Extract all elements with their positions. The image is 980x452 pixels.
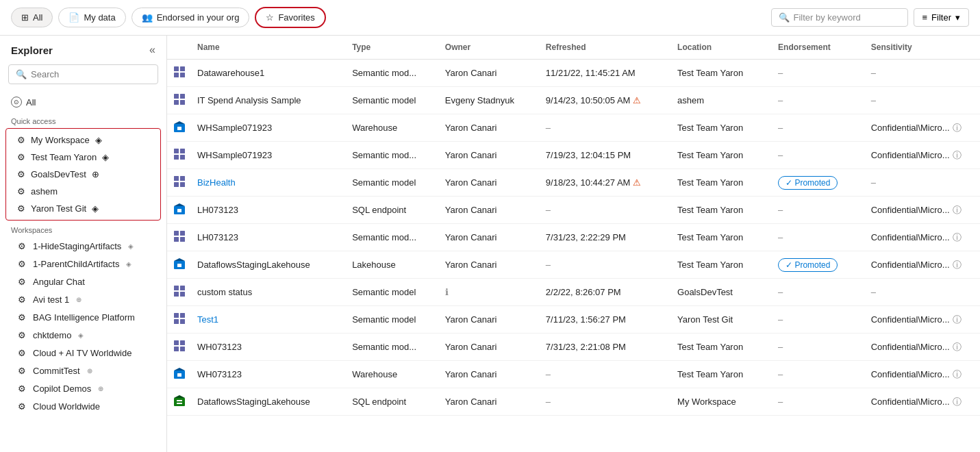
svg-rect-31 [174, 292, 179, 297]
tab-my-data[interactable]: 📄 My data [58, 8, 125, 27]
sidebar-item-label: ashem [31, 186, 58, 197]
tab-endorsed[interactable]: 👥 Endorsed in your org [131, 8, 250, 27]
refresh-value: – [546, 205, 551, 215]
row-type-cell: Semantic mod... [347, 334, 440, 361]
th-location[interactable]: Location [672, 36, 772, 60]
sidebar-item-label: 1-HideStagingArtifacts [33, 241, 121, 251]
item-name-link[interactable]: BizHealth [197, 177, 236, 188]
row-name-cell: custom status [192, 279, 347, 306]
table-row: WHSample071923 Warehouse Yaron Canari – … [167, 114, 980, 142]
info-icon[interactable]: ⓘ [953, 205, 962, 215]
row-endorsement-cell: – [772, 306, 866, 334]
th-type[interactable]: Type [347, 36, 440, 60]
sidebar-item-cloud-worldwide[interactable]: ⚙ Cloud Worldwide [0, 397, 166, 415]
info-icon[interactable]: ⓘ [953, 260, 962, 270]
tab-all-label: All [33, 12, 42, 23]
location-value: Yaron Test Git [677, 314, 733, 325]
row-name-cell: BizHealth [192, 169, 347, 197]
table-row: BizHealth Semantic model Yaron Canari 9/… [167, 169, 980, 197]
th-sensitivity[interactable]: Sensitivity [866, 36, 980, 60]
sidebar-item-1-parent-child[interactable]: ⚙ 1-ParentChildArtifacts ◈ [0, 255, 166, 273]
svg-rect-13 [174, 155, 179, 160]
row-name-cell: DataflowsStagingLakehouse [192, 388, 347, 416]
badge-icon: ⊕ [92, 169, 99, 179]
svg-rect-0 [174, 66, 179, 71]
row-sensitivity-cell: Confidential\Micro...ⓘ [866, 197, 980, 224]
table-body: Datawarehouse1 Semantic mod... Yaron Can… [167, 60, 980, 416]
info-icon[interactable]: ⓘ [953, 342, 962, 352]
svg-rect-34 [180, 313, 185, 318]
row-endorsement-cell: ✓ Promoted [772, 169, 866, 197]
type-value: Semantic model [352, 95, 416, 105]
sensitivity-value: Confidential\Micro... [871, 397, 950, 407]
location-value: Test Team Yaron [677, 232, 743, 242]
svg-rect-22 [174, 231, 179, 236]
sidebar-all-label: All [26, 97, 36, 108]
row-owner-cell: Yaron Canari [440, 169, 540, 197]
row-type-icon [173, 203, 186, 215]
sidebar-item-copilot-demos[interactable]: ⚙ Copilot Demos ⊕ [0, 379, 166, 397]
info-icon[interactable]: ⓘ [953, 150, 962, 160]
workspaces-label: Workspaces [0, 221, 166, 237]
sidebar-item-bag-intelligence[interactable]: ⚙ BAG Intelligence Platform [0, 308, 166, 326]
info-icon[interactable]: ⓘ [953, 397, 962, 407]
type-value: Semantic mod... [352, 232, 416, 242]
th-owner[interactable]: Owner [440, 36, 540, 60]
owner-value: Yaron Canari [445, 232, 497, 242]
row-type-icon [173, 394, 186, 407]
info-icon[interactable]: ⓘ [953, 369, 962, 379]
row-type-icon [173, 175, 186, 188]
row-icon-cell [167, 251, 192, 279]
row-icon-cell [167, 388, 192, 416]
info-icon[interactable]: ⓘ [953, 232, 962, 242]
sidebar-item-goalsdevtest[interactable]: ⚙ GoalsDevTest ⊕ [6, 166, 160, 183]
owner-value: Yaron Canari [445, 397, 497, 407]
endorsement-value: – [778, 369, 783, 379]
endorsement-value: – [778, 150, 783, 160]
workspace-icon: ⚙ [17, 203, 25, 214]
info-icon[interactable]: ⓘ [953, 314, 962, 325]
sidebar-item-ashem[interactable]: ⚙ ashem [6, 183, 160, 200]
row-location-cell: Test Team Yaron [672, 197, 772, 224]
th-name[interactable]: Name [192, 36, 347, 60]
sidebar-item-test-team-yaron[interactable]: ⚙ Test Team Yaron ◈ [6, 149, 160, 166]
item-name-link[interactable]: Test1 [197, 314, 218, 325]
th-endorsement[interactable]: Endorsement [772, 36, 866, 60]
sidebar-item-committest[interactable]: ⚙ CommitTest ⊕ [0, 362, 166, 379]
sidebar-item-cloud-ai-tv[interactable]: ⚙ Cloud + AI TV Worldwide [0, 344, 166, 362]
row-type-icon [173, 148, 186, 160]
svg-rect-7 [180, 100, 185, 105]
sidebar-item-chktdemo[interactable]: ⚙ chktdemo ◈ [0, 326, 166, 344]
collapse-button[interactable]: « [149, 44, 155, 56]
search-box[interactable]: 🔍 [8, 64, 158, 84]
info-icon[interactable]: ⓘ [953, 123, 962, 133]
tab-favorites-label: Favorites [278, 12, 314, 23]
table-row: Test1 Semantic model Yaron Canari 7/11/2… [167, 306, 980, 334]
sidebar-item-angular-chat[interactable]: ⚙ Angular Chat [0, 273, 166, 290]
star-icon: ☆ [266, 12, 274, 23]
sidebar-item-yaron-test-git[interactable]: ⚙ Yaron Test Git ◈ [6, 200, 160, 217]
keyword-filter-input[interactable]: 🔍 Filter by keyword [771, 8, 908, 27]
sidebar-item-my-workspace[interactable]: ⚙ My Workspace ◈ [6, 131, 160, 149]
sidebar-all-item[interactable]: ⊙ All [0, 92, 166, 112]
th-refreshed[interactable]: Refreshed [540, 36, 672, 60]
row-type-cell: SQL endpoint [347, 388, 440, 416]
row-type-cell: SQL endpoint [347, 197, 440, 224]
sidebar-item-label: BAG Intelligence Platform [33, 312, 135, 323]
row-type-cell: Semantic mod... [347, 60, 440, 87]
content-area: Name Type Owner Refreshed Location Endor… [167, 36, 980, 452]
sidebar-item-avi-test[interactable]: ⚙ Avi test 1 ⊕ [0, 290, 166, 308]
row-refreshed-cell: 9/14/23, 10:50:05 AM⚠ [540, 87, 672, 114]
workspace-icon: ⚙ [17, 169, 25, 179]
tab-favorites[interactable]: ☆ Favorites [255, 7, 325, 28]
sidebar-item-1-hide-staging[interactable]: ⚙ 1-HideStagingArtifacts ◈ [0, 237, 166, 255]
filter-button[interactable]: ≡ Filter ▾ [914, 8, 969, 27]
svg-rect-21 [177, 209, 181, 212]
row-type-icon [173, 258, 186, 270]
tab-all[interactable]: ⊞ All [11, 8, 53, 27]
row-endorsement-cell: ✓ Promoted [772, 251, 866, 279]
search-input[interactable] [31, 69, 151, 79]
sensitivity-value: Confidential\Micro... [871, 342, 950, 352]
quick-access-section: Quick access ⚙ My Workspace ◈ ⚙ Test Tea… [0, 112, 166, 221]
endorsement-value: – [778, 68, 783, 78]
